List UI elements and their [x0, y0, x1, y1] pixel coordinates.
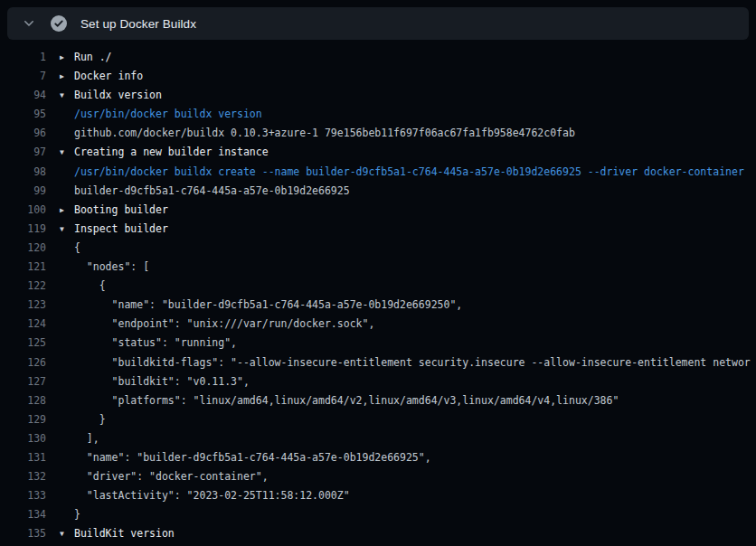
- log-line: 134 }: [0, 505, 756, 524]
- marker-spacer: [60, 105, 74, 124]
- line-number[interactable]: 99: [0, 182, 46, 201]
- check-circle-icon: [51, 15, 67, 32]
- log-line[interactable]: 1 ▶ Run ./: [0, 48, 756, 67]
- marker-spacer: [60, 334, 74, 353]
- marker-spacer: [60, 448, 74, 467]
- line-number[interactable]: 127: [0, 372, 46, 391]
- triangle-down-icon[interactable]: ▼: [60, 220, 74, 239]
- line-number[interactable]: 121: [0, 258, 46, 277]
- log-line: 121 "nodes": [: [0, 258, 756, 277]
- log-line-text: Run ./: [74, 48, 112, 67]
- line-number[interactable]: 135: [0, 524, 46, 543]
- line-number[interactable]: 126: [0, 353, 46, 372]
- log-line-text: {: [74, 239, 80, 258]
- marker-spacer: [60, 391, 74, 410]
- log-line-text: "endpoint": "unix:///var/run/docker.sock…: [74, 315, 374, 334]
- step-header[interactable]: Set up Docker Buildx: [7, 7, 749, 40]
- line-number[interactable]: 129: [0, 410, 46, 429]
- log-line-text: }: [74, 410, 106, 429]
- line-number[interactable]: 120: [0, 239, 46, 258]
- line-number[interactable]: 96: [0, 124, 46, 143]
- log-line: 126 "buildkitd-flags": "--allow-insecure…: [0, 353, 756, 372]
- marker-spacer: [60, 258, 74, 277]
- log-line-text: "buildkit": "v0.11.3",: [74, 372, 250, 391]
- marker-spacer: [60, 353, 74, 372]
- log-line-text: }: [74, 505, 80, 524]
- log-line: 123 "name": "builder-d9cfb5a1-c764-445a-…: [0, 296, 756, 315]
- log-line-text: "name": "builder-d9cfb5a1-c764-445a-a57e…: [74, 296, 462, 315]
- log-line: 130 ],: [0, 429, 756, 448]
- chevron-down-icon[interactable]: [23, 17, 35, 30]
- log-line: 99 builder-d9cfb5a1-c764-445a-a57e-0b19d…: [0, 182, 756, 201]
- log-line-text: Booting builder: [74, 201, 168, 220]
- line-number[interactable]: 94: [0, 86, 46, 105]
- line-number[interactable]: 119: [0, 220, 46, 239]
- log-line-text: ],: [74, 429, 99, 448]
- marker-spacer: [60, 296, 74, 315]
- log-line: 96 github.com/docker/buildx 0.10.3+azure…: [0, 124, 756, 143]
- line-number[interactable]: 123: [0, 296, 46, 315]
- log-line: 125 "status": "running",: [0, 334, 756, 353]
- marker-spacer: [60, 429, 74, 448]
- log-line-text: Buildx version: [74, 86, 162, 105]
- step-title: Set up Docker Buildx: [80, 17, 196, 31]
- log-line[interactable]: 94 ▼ Buildx version: [0, 86, 756, 105]
- log-line: 128 "platforms": "linux/amd64,linux/amd6…: [0, 391, 756, 410]
- marker-spacer: [60, 467, 74, 486]
- log-line: 129 }: [0, 410, 756, 429]
- log-line-text: "buildkitd-flags": "--allow-insecure-ent…: [74, 353, 751, 372]
- log-line[interactable]: 97 ▼ Creating a new builder instance: [0, 143, 756, 162]
- line-number[interactable]: 124: [0, 315, 46, 334]
- log-line[interactable]: 100 ▶ Booting builder: [0, 201, 756, 220]
- triangle-down-icon[interactable]: ▼: [60, 86, 74, 105]
- log-line-text: "nodes": [: [74, 258, 149, 277]
- log-line-text: "lastActivity": "2023-02-25T11:58:12.000…: [74, 486, 350, 505]
- log-line-text: "driver": "docker-container",: [74, 467, 269, 486]
- line-number[interactable]: 97: [0, 143, 46, 162]
- log-line: 95 /usr/bin/docker buildx version: [0, 105, 756, 124]
- line-number[interactable]: 7: [0, 67, 46, 86]
- log-line: 122 {: [0, 277, 756, 296]
- line-number[interactable]: 100: [0, 201, 46, 220]
- marker-spacer: [60, 239, 74, 258]
- log-line-text: /usr/bin/docker buildx create --name bui…: [74, 163, 744, 182]
- log-viewer: 1 ▶ Run ./ 7 ▶ Docker info 94 ▼ Buildx v…: [0, 48, 756, 546]
- triangle-right-icon[interactable]: ▶: [60, 48, 74, 67]
- log-line-text: "status": "running",: [74, 334, 237, 353]
- marker-spacer: [60, 163, 74, 182]
- line-number[interactable]: 131: [0, 448, 46, 467]
- line-number[interactable]: 95: [0, 105, 46, 124]
- line-number[interactable]: 134: [0, 505, 46, 524]
- line-number[interactable]: 128: [0, 391, 46, 410]
- log-line-text: /usr/bin/docker buildx version: [74, 105, 262, 124]
- line-number[interactable]: 125: [0, 334, 46, 353]
- marker-spacer: [60, 372, 74, 391]
- log-line-text: "platforms": "linux/amd64,linux/amd64/v2…: [74, 391, 619, 410]
- line-number[interactable]: 130: [0, 429, 46, 448]
- log-line[interactable]: 135 ▼ BuildKit version: [0, 524, 756, 543]
- log-line: 132 "driver": "docker-container",: [0, 467, 756, 486]
- log-line[interactable]: 119 ▼ Inspect builder: [0, 220, 756, 239]
- marker-spacer: [60, 486, 74, 505]
- log-line-text: Docker info: [74, 67, 143, 86]
- marker-spacer: [60, 315, 74, 334]
- log-line: 98 /usr/bin/docker buildx create --name …: [0, 163, 756, 182]
- triangle-right-icon[interactable]: ▶: [60, 201, 74, 220]
- line-number[interactable]: 1: [0, 48, 46, 67]
- log-line-text: Creating a new builder instance: [74, 143, 269, 162]
- marker-spacer: [60, 277, 74, 296]
- line-number[interactable]: 132: [0, 467, 46, 486]
- marker-spacer: [60, 124, 74, 143]
- line-number[interactable]: 133: [0, 486, 46, 505]
- line-number[interactable]: 122: [0, 277, 46, 296]
- marker-spacer: [60, 505, 74, 524]
- triangle-down-icon[interactable]: ▼: [60, 524, 74, 543]
- log-line: 133 "lastActivity": "2023-02-25T11:58:12…: [0, 486, 756, 505]
- line-number[interactable]: 98: [0, 163, 46, 182]
- triangle-right-icon[interactable]: ▶: [60, 67, 74, 86]
- log-line: 124 "endpoint": "unix:///var/run/docker.…: [0, 315, 756, 334]
- log-line[interactable]: 7 ▶ Docker info: [0, 67, 756, 86]
- log-line-text: "name": "builder-d9cfb5a1-c764-445a-a57e…: [74, 448, 431, 467]
- log-line-text: builder-d9cfb5a1-c764-445a-a57e-0b19d2e6…: [74, 182, 350, 201]
- triangle-down-icon[interactable]: ▼: [60, 143, 74, 162]
